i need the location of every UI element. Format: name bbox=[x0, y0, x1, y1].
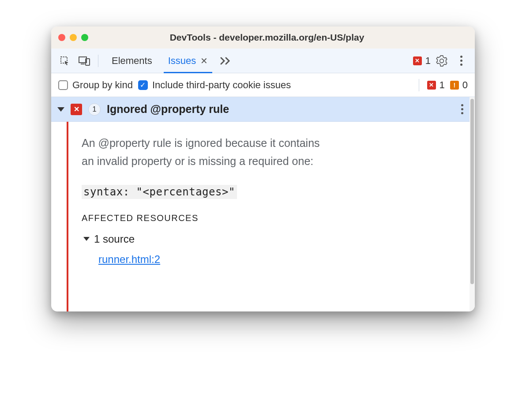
sources-toggle[interactable]: 1 source bbox=[82, 233, 456, 245]
devtools-window: DevTools - developer.mozilla.org/en-US/p… bbox=[51, 26, 475, 311]
error-icon: ✕ bbox=[427, 81, 436, 90]
issue-code-snippet: syntax: "<percentages>" bbox=[82, 185, 237, 199]
filter-error-badge[interactable]: ✕ 1 bbox=[427, 79, 445, 91]
checkbox-unchecked-icon bbox=[58, 80, 68, 90]
window-title: DevTools - developer.mozilla.org/en-US/p… bbox=[93, 32, 441, 43]
error-icon: ✕ bbox=[71, 104, 82, 115]
issue-more-options-button[interactable] bbox=[461, 104, 463, 114]
tab-issues[interactable]: Issues ✕ bbox=[160, 49, 216, 73]
window-minimize-button[interactable] bbox=[70, 34, 77, 41]
more-tabs-button[interactable] bbox=[216, 49, 236, 73]
filter-error-count: 1 bbox=[440, 79, 445, 91]
issue-desc-line2: an invalid property or is missing a requ… bbox=[82, 155, 313, 167]
devtools-toolbar: Elements Issues ✕ ✕ 1 bbox=[51, 49, 475, 73]
group-by-kind-label: Group by kind bbox=[72, 79, 133, 91]
issue-title: Ignored @property rule bbox=[107, 103, 455, 116]
window-close-button[interactable] bbox=[58, 34, 65, 41]
tab-elements-label: Elements bbox=[112, 55, 152, 67]
window-zoom-button[interactable] bbox=[81, 34, 88, 41]
toolbar-error-count: 1 bbox=[425, 55, 431, 67]
expand-collapse-icon bbox=[83, 237, 90, 241]
device-toolbar-button[interactable] bbox=[76, 52, 93, 69]
source-file-link[interactable]: runner.html:2 bbox=[98, 253, 160, 265]
filter-warn-count: 0 bbox=[462, 79, 468, 91]
third-party-cookie-checkbox[interactable]: ✓ Include third-party cookie issues bbox=[138, 79, 291, 91]
toolbar-error-badge[interactable]: ✕ 1 bbox=[413, 55, 431, 67]
group-by-kind-checkbox[interactable]: Group by kind bbox=[58, 79, 133, 91]
inspect-icon bbox=[60, 56, 70, 66]
tabs-container: Elements Issues ✕ bbox=[104, 49, 236, 73]
issue-body: An @property rule is ignored because it … bbox=[67, 122, 470, 311]
tab-close-icon[interactable]: ✕ bbox=[200, 56, 208, 66]
gear-icon bbox=[436, 55, 447, 67]
settings-button[interactable] bbox=[433, 52, 450, 69]
kebab-icon bbox=[460, 56, 462, 66]
issue-description: An @property rule is ignored because it … bbox=[82, 134, 456, 171]
third-party-label: Include third-party cookie issues bbox=[152, 79, 291, 91]
issue-desc-line1: An @property rule is ignored because it … bbox=[82, 137, 320, 149]
filter-divider bbox=[419, 79, 419, 91]
scrollbar-thumb[interactable] bbox=[470, 99, 474, 284]
tab-elements[interactable]: Elements bbox=[104, 49, 160, 73]
device-icon bbox=[79, 56, 90, 66]
vertical-scrollbar[interactable] bbox=[470, 97, 475, 311]
content-area: ✕ 1 Ignored @property rule An @property … bbox=[51, 97, 475, 311]
affected-resources-label: AFFECTED RESOURCES bbox=[82, 213, 456, 223]
chevron-double-right-icon bbox=[220, 56, 232, 65]
inspect-element-button[interactable] bbox=[56, 52, 73, 69]
issue-count-pill: 1 bbox=[88, 103, 101, 116]
toolbar-divider bbox=[98, 55, 98, 67]
error-icon: ✕ bbox=[413, 56, 422, 65]
titlebar: DevTools - developer.mozilla.org/en-US/p… bbox=[51, 26, 475, 49]
filter-bar: Group by kind ✓ Include third-party cook… bbox=[51, 73, 475, 97]
warn-icon: ! bbox=[450, 81, 459, 90]
tab-issues-label: Issues bbox=[168, 55, 196, 67]
issue-row-header[interactable]: ✕ 1 Ignored @property rule bbox=[51, 97, 470, 122]
more-options-button[interactable] bbox=[453, 52, 470, 69]
svg-rect-2 bbox=[81, 64, 85, 64]
expand-collapse-icon[interactable] bbox=[57, 107, 64, 112]
checkbox-checked-icon: ✓ bbox=[138, 80, 148, 90]
sources-count-label: 1 source bbox=[94, 233, 135, 245]
filter-warn-badge[interactable]: ! 0 bbox=[450, 79, 468, 91]
